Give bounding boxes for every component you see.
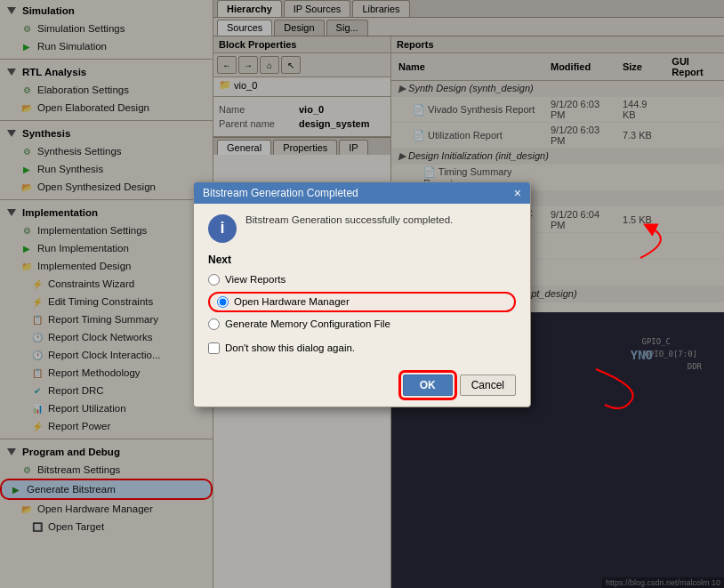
radio-open-hw-mgr-label: Open Hardware Manager — [234, 296, 350, 307]
radio-gen-mem-config[interactable]: Generate Memory Configuration File — [213, 316, 516, 333]
main-content: Hierarchy IP Sources Libraries Sources D… — [213, 0, 724, 588]
modal-next-label: Next — [213, 254, 516, 266]
radio-view-reports[interactable]: View Reports — [213, 271, 516, 288]
modal-dialog: Bitstream Generation Completed × i Bitst… — [213, 181, 531, 407]
modal-info-text: Bitstream Generation successfully comple… — [245, 214, 453, 225]
checkbox-dont-show[interactable]: Don't show this dialog again. — [213, 340, 516, 357]
modal-title: Bitstream Generation Completed — [213, 187, 358, 199]
modal-title-bar: Bitstream Generation Completed × — [213, 182, 530, 204]
modal-close-button[interactable]: × — [514, 187, 521, 199]
modal-buttons: OK Cancel — [213, 367, 530, 407]
modal-body: i Bitstream Generation successfully comp… — [213, 204, 530, 367]
cancel-button[interactable]: Cancel — [460, 375, 516, 396]
radio-gen-mem-input[interactable] — [213, 318, 220, 330]
radio-view-reports-input[interactable] — [213, 274, 220, 286]
modal-overlay: Bitstream Generation Completed × i Bitst… — [213, 0, 724, 588]
modal-info-row: i Bitstream Generation successfully comp… — [213, 214, 516, 243]
dont-show-label: Don't show this dialog again. — [225, 342, 355, 353]
ok-button[interactable]: OK — [403, 375, 453, 396]
radio-view-reports-label: View Reports — [225, 274, 286, 285]
radio-open-hw-manager[interactable]: Open Hardware Manager — [213, 292, 516, 312]
dont-show-checkbox[interactable] — [213, 342, 220, 354]
info-icon: i — [213, 214, 237, 243]
app-container: Simulation ⚙ Simulation Settings ▶ Run S… — [0, 0, 724, 588]
radio-open-hw-mgr-input[interactable] — [217, 296, 229, 308]
radio-gen-mem-label: Generate Memory Configuration File — [225, 318, 390, 329]
